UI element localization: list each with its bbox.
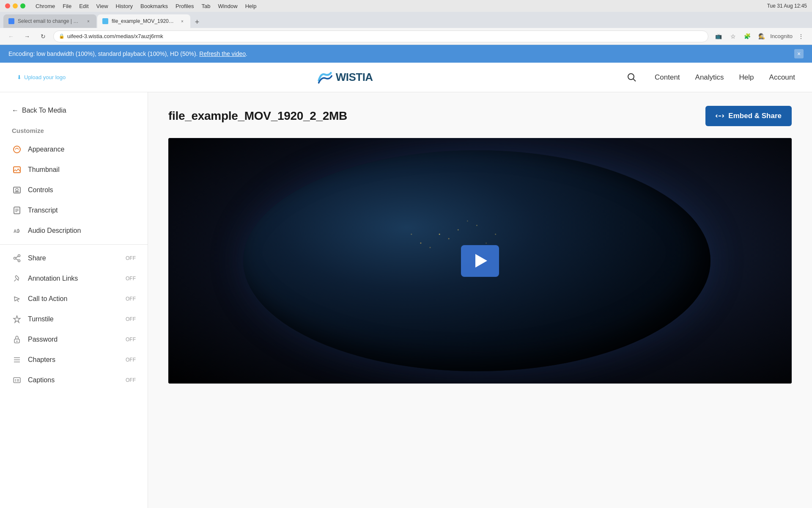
bookmark-btn[interactable]: ☆ bbox=[727, 30, 739, 42]
menu-history[interactable]: History bbox=[116, 3, 133, 9]
encoding-banner-close-btn[interactable]: × bbox=[794, 49, 804, 58]
browser-tab-1[interactable]: Select email to change | Djang... × bbox=[3, 14, 96, 28]
refresh-video-link[interactable]: Refresh the video bbox=[199, 50, 246, 57]
app-header: ⬇ Upload your logo WISTIA Content Analyt… bbox=[0, 63, 812, 92]
cast-btn[interactable]: 📺 bbox=[713, 30, 724, 42]
svg-point-6 bbox=[16, 188, 18, 191]
sidebar-item-turnstile[interactable]: Turnstile OFF bbox=[0, 309, 148, 329]
tab1-close-btn[interactable]: × bbox=[85, 18, 91, 24]
svg-point-14 bbox=[14, 257, 16, 260]
wistia-logo[interactable]: WISTIA bbox=[317, 70, 373, 85]
menu-window[interactable]: Window bbox=[218, 3, 237, 9]
sidebar-item-controls[interactable]: Controls bbox=[0, 180, 148, 200]
traffic-lights[interactable] bbox=[5, 3, 25, 8]
video-player[interactable] bbox=[168, 138, 792, 384]
search-btn[interactable] bbox=[624, 70, 639, 85]
macos-menu: Chrome File Edit View History Bookmarks … bbox=[36, 3, 256, 9]
embed-share-icon bbox=[716, 112, 724, 120]
chapters-badge: OFF bbox=[126, 357, 136, 363]
browser-tab-2[interactable]: file_example_MOV_1920_2_2... × bbox=[97, 14, 190, 28]
password-icon bbox=[12, 334, 22, 345]
nav-account[interactable]: Account bbox=[769, 73, 795, 82]
menu-profiles[interactable]: Profiles bbox=[176, 3, 194, 9]
nav-help[interactable]: Help bbox=[739, 73, 754, 82]
tab2-favicon bbox=[102, 18, 108, 24]
sidebar-item-thumbnail[interactable]: Thumbnail bbox=[0, 160, 148, 180]
back-to-media-link[interactable]: ← Back To Media bbox=[0, 102, 148, 119]
annotation-links-badge: OFF bbox=[126, 276, 136, 282]
audio-description-icon: AD bbox=[12, 226, 22, 236]
tab-bar: Select email to change | Djang... × file… bbox=[0, 12, 812, 28]
svg-rect-23 bbox=[14, 378, 20, 383]
video-title: file_example_MOV_1920_2_2MB bbox=[168, 109, 347, 123]
sidebar-item-annotation-links[interactable]: Annotation Links OFF bbox=[0, 268, 148, 289]
wistia-brand-name: WISTIA bbox=[336, 71, 373, 84]
nav-content[interactable]: Content bbox=[655, 73, 680, 82]
security-icon: 🔒 bbox=[59, 33, 65, 39]
controls-icon bbox=[12, 185, 22, 195]
back-arrow-icon: ← bbox=[12, 107, 19, 114]
sidebar-item-audio-description[interactable]: AD Audio Description bbox=[0, 221, 148, 241]
embed-share-label: Embed & Share bbox=[728, 112, 782, 120]
browser-menu-btn[interactable]: ⋮ bbox=[795, 30, 807, 42]
sidebar-divider-1 bbox=[0, 244, 148, 245]
share-label: Share bbox=[28, 254, 46, 262]
sidebar-item-password[interactable]: Password OFF bbox=[0, 329, 148, 350]
header-left: ⬇ Upload your logo bbox=[17, 74, 66, 80]
tab1-favicon bbox=[8, 18, 14, 24]
menu-help[interactable]: Help bbox=[245, 3, 257, 9]
encoding-text: Encoding: low bandwidth (100%), standard… bbox=[8, 50, 247, 57]
system-time: Tue 31 Aug 12:45 bbox=[767, 3, 807, 9]
sidebar-item-appearance[interactable]: Appearance bbox=[0, 139, 148, 160]
turnstile-label: Turnstile bbox=[28, 315, 54, 323]
chapters-label: Chapters bbox=[28, 356, 55, 364]
fullscreen-window-btn[interactable] bbox=[20, 3, 25, 8]
main-content: file_example_MOV_1920_2_2MB Embed & Shar… bbox=[148, 92, 812, 508]
main-layout: ← Back To Media Customize Appearance bbox=[0, 92, 812, 508]
sidebar-item-share[interactable]: Share OFF bbox=[0, 248, 148, 268]
audio-description-label: Audio Description bbox=[28, 227, 81, 235]
tab1-label: Select email to change | Djang... bbox=[18, 18, 80, 24]
app-content: Encoding: low bandwidth (100%), standard… bbox=[0, 45, 812, 508]
menu-bookmarks[interactable]: Bookmarks bbox=[140, 3, 168, 9]
sidebar-item-chapters[interactable]: Chapters OFF bbox=[0, 350, 148, 370]
sidebar-item-call-to-action[interactable]: Call to Action OFF bbox=[0, 289, 148, 309]
appearance-icon bbox=[12, 144, 22, 155]
tab2-close-btn[interactable]: × bbox=[179, 18, 185, 24]
extensions-btn[interactable]: 🧩 bbox=[741, 30, 753, 42]
upload-logo-link[interactable]: ⬇ Upload your logo bbox=[17, 74, 66, 80]
menu-file[interactable]: File bbox=[63, 3, 71, 9]
svg-rect-5 bbox=[15, 191, 19, 192]
turnstile-badge: OFF bbox=[126, 316, 136, 322]
svg-point-13 bbox=[18, 260, 20, 262]
reload-btn[interactable]: ↻ bbox=[37, 30, 49, 42]
menu-tab[interactable]: Tab bbox=[201, 3, 210, 9]
header-nav: Content Analytics Help Account bbox=[655, 73, 795, 82]
incognito-indicator: 🕵️ bbox=[756, 30, 768, 42]
wistia-logo-icon bbox=[317, 70, 332, 85]
search-icon bbox=[627, 73, 636, 82]
menu-chrome[interactable]: Chrome bbox=[36, 3, 55, 9]
captions-label: Captions bbox=[28, 376, 55, 384]
url-bar[interactable]: 🔒 uifeed-3.wistia.com/medias/x7auzj6rmk bbox=[53, 30, 708, 42]
svg-point-0 bbox=[628, 74, 634, 80]
url-text: uifeed-3.wistia.com/medias/x7auzj6rmk bbox=[67, 33, 163, 39]
menu-edit[interactable]: Edit bbox=[79, 3, 88, 9]
encoding-banner: Encoding: low bandwidth (100%), standard… bbox=[0, 45, 812, 63]
sidebar-item-captions[interactable]: Captions OFF bbox=[0, 370, 148, 390]
forward-nav-btn[interactable]: → bbox=[21, 30, 33, 42]
thumbnail-label: Thumbnail bbox=[28, 166, 60, 174]
nav-analytics[interactable]: Analytics bbox=[695, 73, 724, 82]
annotation-links-icon bbox=[12, 273, 22, 284]
sidebar-item-transcript[interactable]: Transcript bbox=[0, 200, 148, 221]
svg-point-12 bbox=[18, 255, 20, 257]
back-nav-btn[interactable]: ← bbox=[5, 30, 17, 42]
menu-view[interactable]: View bbox=[96, 3, 108, 9]
close-window-btn[interactable] bbox=[5, 3, 10, 8]
embed-share-btn[interactable]: Embed & Share bbox=[705, 106, 792, 126]
play-button[interactable] bbox=[461, 245, 499, 277]
new-tab-btn[interactable]: + bbox=[191, 16, 203, 28]
svg-point-19 bbox=[16, 341, 18, 342]
password-badge: OFF bbox=[126, 337, 136, 342]
minimize-window-btn[interactable] bbox=[13, 3, 18, 8]
